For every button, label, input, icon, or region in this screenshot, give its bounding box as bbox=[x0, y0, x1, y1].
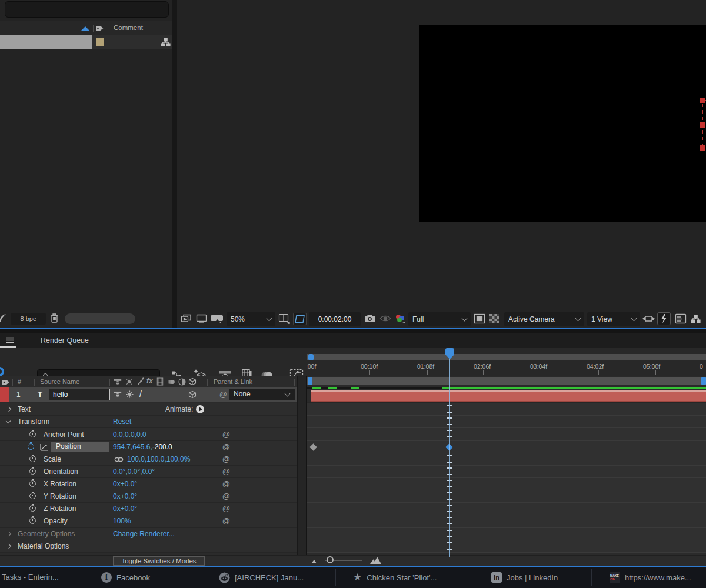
zoom-in-mountains-icon[interactable] bbox=[370, 557, 382, 564]
pick-whip-icon[interactable]: @ bbox=[222, 504, 230, 513]
pick-whip-icon[interactable]: @ bbox=[222, 492, 230, 500]
layer-shy-switch[interactable] bbox=[114, 390, 122, 398]
bit-depth-button[interactable]: 8 bpc bbox=[11, 313, 46, 325]
tab-render-queue[interactable]: Render Queue bbox=[41, 336, 89, 345]
flowchart-icon[interactable] bbox=[161, 38, 171, 47]
property-row-transform[interactable]: Transform Reset bbox=[0, 416, 706, 428]
3d-view-dropdown[interactable]: Active Camera bbox=[504, 312, 584, 326]
panel-menu-icon[interactable] bbox=[6, 337, 14, 343]
work-area-end-handle[interactable] bbox=[701, 377, 706, 385]
resolution-dropdown[interactable]: Full bbox=[408, 312, 471, 326]
current-time-display[interactable] bbox=[0, 367, 4, 376]
property-row-geometry-options[interactable]: Geometry Options Change Renderer... bbox=[0, 528, 706, 540]
layer-row[interactable]: 1 T hello / @ None bbox=[0, 387, 297, 402]
stopwatch-icon[interactable] bbox=[29, 517, 36, 524]
stopwatch-icon[interactable] bbox=[29, 431, 36, 437]
property-label[interactable]: Scale bbox=[44, 455, 61, 463]
taskbar-item[interactable]: Tasks - Enterin... bbox=[2, 573, 59, 582]
pick-whip-icon[interactable]: @ bbox=[222, 467, 230, 476]
playhead-line[interactable] bbox=[449, 359, 450, 557]
property-row-material-options[interactable]: Material Options bbox=[0, 540, 706, 553]
label-column-tag-icon[interactable] bbox=[2, 377, 10, 386]
zoom-out-mountain-icon[interactable] bbox=[311, 558, 319, 563]
timecode-display[interactable]: 0:00:02:00 bbox=[309, 312, 361, 326]
label-column-tag-icon[interactable] bbox=[95, 24, 104, 32]
taskbar-item[interactable]: [AIRCHECK] Janu... bbox=[219, 572, 304, 583]
selection-handle[interactable] bbox=[700, 122, 705, 128]
pick-whip-icon[interactable]: @ bbox=[222, 455, 230, 463]
property-label[interactable]: Text bbox=[18, 405, 31, 413]
magnification-dropdown[interactable]: 50% bbox=[227, 312, 275, 326]
comp-flowchart-icon[interactable] bbox=[691, 314, 701, 323]
parent-link-column-header[interactable]: Parent & Link bbox=[214, 378, 252, 385]
property-label[interactable]: Z Rotation bbox=[44, 505, 76, 513]
property-row-position[interactable]: Position 954.7,645.6,-200.0 @ bbox=[0, 441, 706, 453]
label-color-swatch[interactable] bbox=[96, 38, 104, 46]
property-label[interactable]: Orientation bbox=[44, 467, 78, 476]
stopwatch-icon[interactable] bbox=[29, 505, 36, 512]
keyframe-diamond[interactable] bbox=[309, 443, 317, 451]
mask-visibility-icon[interactable] bbox=[293, 313, 307, 325]
layer-name-field[interactable]: hello bbox=[49, 389, 110, 400]
property-label[interactable]: Opacity bbox=[44, 517, 68, 525]
stopwatch-icon[interactable] bbox=[29, 456, 36, 462]
comment-column-header[interactable]: Comment bbox=[114, 24, 143, 31]
layer-quality-switch[interactable]: / bbox=[139, 389, 142, 399]
property-label-selected-box[interactable]: Position bbox=[51, 442, 109, 452]
fast-previews-icon[interactable] bbox=[657, 312, 671, 325]
region-of-interest-icon[interactable] bbox=[474, 313, 485, 324]
index-column-header[interactable]: # bbox=[18, 378, 21, 385]
property-row-z-rotation[interactable]: Z Rotation 0x+0.0° @ bbox=[0, 503, 706, 515]
frame-blend-column-icon[interactable] bbox=[156, 377, 164, 386]
reset-link[interactable]: Reset bbox=[113, 417, 131, 426]
pick-whip-icon[interactable]: @ bbox=[222, 430, 230, 439]
property-value[interactable]: 0.0°,0.0°,0.0° bbox=[113, 467, 155, 476]
adjustment-layer-column-icon[interactable] bbox=[178, 378, 186, 386]
zoom-slider-knob[interactable] bbox=[327, 556, 334, 563]
collapse-transformations-icon[interactable] bbox=[125, 378, 133, 386]
pixel-aspect-icon[interactable] bbox=[642, 314, 655, 323]
taskbar-item[interactable]: in Jobs | LinkedIn bbox=[491, 572, 558, 583]
taskbar-item[interactable]: f Facebook bbox=[101, 572, 150, 583]
sort-ascending-icon[interactable] bbox=[81, 26, 89, 31]
property-row-scale[interactable]: Scale 100.0,100.0,100.0% @ bbox=[0, 453, 706, 466]
property-label[interactable]: Y Rotation bbox=[44, 492, 76, 500]
graph-toggle-icon[interactable] bbox=[40, 443, 48, 451]
property-value[interactable]: 0x+0.0° bbox=[113, 480, 137, 488]
panel-divider[interactable] bbox=[172, 0, 177, 328]
property-row-opacity[interactable]: Opacity 100% @ bbox=[0, 515, 706, 528]
primary-viewer-monitor-icon[interactable] bbox=[196, 313, 207, 324]
change-renderer-link[interactable]: Change Renderer... bbox=[113, 530, 175, 538]
layer-label-color[interactable] bbox=[0, 387, 9, 402]
work-area-bar[interactable] bbox=[307, 377, 706, 385]
stopwatch-icon-active[interactable] bbox=[28, 443, 34, 450]
taskbar-item[interactable]: ★ Chicken Star 'Pilot'... bbox=[353, 572, 437, 583]
constrain-proportions-icon[interactable] bbox=[114, 457, 124, 462]
motion-blur-column-icon[interactable] bbox=[167, 378, 175, 386]
property-row-text[interactable]: Text Animate: bbox=[0, 403, 706, 416]
parent-dropdown[interactable]: None bbox=[229, 389, 295, 400]
time-ruler[interactable]: 0:00f 00:10f 01:08f 02:06f 03:04f 04:02f… bbox=[307, 360, 706, 376]
property-value[interactable]: 100% bbox=[113, 517, 131, 525]
parent-pick-whip-icon[interactable]: @ bbox=[219, 390, 227, 399]
property-value[interactable]: 0.0,0.0,0.0 bbox=[113, 430, 146, 439]
pick-whip-icon[interactable]: @ bbox=[222, 516, 230, 525]
layer-3d-switch[interactable] bbox=[188, 390, 197, 399]
timeline-button-icon[interactable] bbox=[675, 313, 687, 324]
property-row-orientation[interactable]: Orientation 0.0°,0.0°,0.0° @ bbox=[0, 466, 706, 478]
property-row-x-rotation[interactable]: X Rotation 0x+0.0° @ bbox=[0, 478, 706, 490]
property-label[interactable]: X Rotation bbox=[44, 480, 76, 488]
view-layout-dropdown[interactable]: 1 View bbox=[587, 312, 640, 326]
layer-collapse-switch[interactable] bbox=[126, 390, 134, 398]
property-value[interactable]: 954.7,645.6, bbox=[113, 443, 152, 451]
snapshot-camera-icon[interactable] bbox=[364, 313, 376, 323]
horizontal-scrollbar[interactable] bbox=[65, 313, 135, 324]
selection-handle[interactable] bbox=[700, 145, 705, 151]
stopwatch-icon[interactable] bbox=[29, 468, 36, 475]
timeline-zoom-slider[interactable] bbox=[325, 560, 362, 561]
source-name-column-header[interactable]: Source Name bbox=[40, 378, 79, 385]
trash-icon[interactable] bbox=[49, 312, 59, 324]
animate-menu-icon[interactable] bbox=[196, 405, 204, 413]
property-value[interactable]: 100.0,100.0,100.0% bbox=[127, 455, 190, 463]
selection-handle[interactable] bbox=[700, 98, 705, 103]
